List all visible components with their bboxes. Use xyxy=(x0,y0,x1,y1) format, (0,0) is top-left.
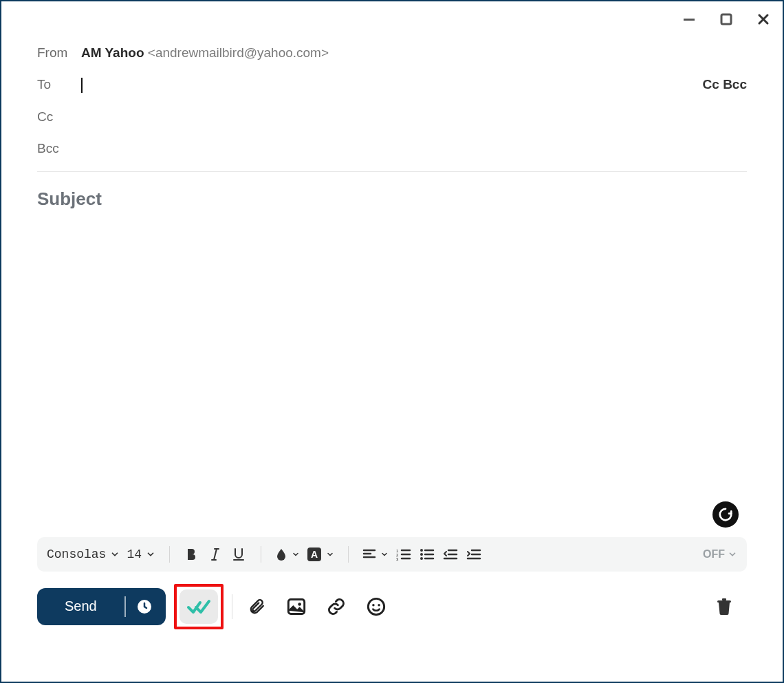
highlight-color-button[interactable]: A xyxy=(307,547,334,562)
svg-text:A: A xyxy=(311,549,318,560)
insert-link-button[interactable] xyxy=(320,591,352,622)
outdent-icon xyxy=(443,548,458,561)
svg-rect-1 xyxy=(721,14,731,24)
highlight-icon: A xyxy=(307,547,322,562)
subject-field[interactable]: Subject xyxy=(37,184,747,215)
to-label: To xyxy=(37,77,81,92)
formatting-off-toggle[interactable]: OFF xyxy=(703,548,737,561)
chevron-down-icon xyxy=(292,550,300,559)
svg-rect-0 xyxy=(684,19,695,21)
discard-button[interactable] xyxy=(708,591,740,622)
chevron-down-icon xyxy=(728,550,737,559)
action-toolbar: Send xyxy=(37,584,747,629)
bcc-label: Bcc xyxy=(37,141,81,156)
chevron-down-icon xyxy=(110,550,120,559)
outdent-button[interactable] xyxy=(442,548,459,561)
from-email: <andrewmailbird@yahoo.com> xyxy=(148,45,329,60)
drop-icon xyxy=(275,548,287,561)
format-toolbar: Consolas 14 A xyxy=(37,537,747,572)
send-label: Send xyxy=(37,596,126,617)
read-receipt-highlight xyxy=(174,584,224,629)
font-size-label: 14 xyxy=(127,548,142,561)
to-input[interactable] xyxy=(81,77,83,93)
svg-rect-17 xyxy=(722,598,726,600)
align-left-icon xyxy=(362,548,376,561)
svg-point-8 xyxy=(420,553,423,556)
svg-text:3: 3 xyxy=(396,557,399,561)
unordered-list-icon xyxy=(420,548,435,561)
indent-button[interactable] xyxy=(466,548,482,561)
chevron-down-icon xyxy=(326,550,334,559)
close-button[interactable] xyxy=(751,7,776,32)
ordered-list-button[interactable]: 123 xyxy=(395,548,412,561)
ordered-list-icon: 123 xyxy=(396,548,411,561)
from-label: From xyxy=(37,45,81,61)
separator xyxy=(232,594,232,619)
from-account[interactable]: AM Yahoo <andrewmailbird@yahoo.com> xyxy=(81,45,329,61)
grammarly-icon[interactable] xyxy=(712,501,739,528)
font-size-select[interactable]: 14 xyxy=(127,548,155,561)
insert-image-button[interactable] xyxy=(281,591,312,622)
minimize-button[interactable] xyxy=(677,7,701,32)
smile-icon xyxy=(367,597,386,616)
paperclip-icon xyxy=(248,597,265,616)
align-button[interactable] xyxy=(362,548,389,561)
font-family-label: Consolas xyxy=(47,548,106,561)
font-family-select[interactable]: Consolas xyxy=(47,548,120,561)
svg-point-15 xyxy=(378,604,380,607)
separator xyxy=(261,546,261,563)
window-controls xyxy=(677,7,776,32)
svg-point-12 xyxy=(298,603,301,606)
svg-point-9 xyxy=(420,557,423,560)
clock-icon xyxy=(136,598,153,615)
italic-button[interactable] xyxy=(207,548,224,561)
attach-button[interactable] xyxy=(241,591,272,622)
text-cursor xyxy=(81,78,83,93)
read-receipt-button[interactable] xyxy=(179,589,218,624)
unordered-list-button[interactable] xyxy=(419,548,435,561)
bold-button[interactable] xyxy=(184,548,200,561)
message-body[interactable] xyxy=(37,215,747,532)
bcc-row: Bcc xyxy=(37,133,747,164)
separator xyxy=(348,546,349,563)
schedule-send-button[interactable] xyxy=(126,588,163,625)
text-color-button[interactable] xyxy=(275,548,300,561)
off-label: OFF xyxy=(703,548,725,561)
link-icon xyxy=(327,597,346,616)
cc-row: Cc xyxy=(37,101,747,133)
svg-rect-16 xyxy=(717,600,731,603)
header-divider xyxy=(37,171,747,172)
chevron-down-icon xyxy=(146,550,155,559)
cc-label: Cc xyxy=(37,109,81,124)
from-row: From AM Yahoo <andrewmailbird@yahoo.com> xyxy=(37,37,747,69)
compose-window: From AM Yahoo <andrewmailbird@yahoo.com>… xyxy=(0,0,784,683)
svg-point-14 xyxy=(372,604,375,607)
svg-point-7 xyxy=(420,549,423,552)
image-icon xyxy=(287,598,306,616)
cc-bcc-toggle[interactable]: Cc Bcc xyxy=(703,77,747,92)
emoji-button[interactable] xyxy=(360,591,392,622)
chevron-down-icon xyxy=(380,550,389,559)
maximize-button[interactable] xyxy=(714,7,739,32)
to-row: To Cc Bcc xyxy=(37,69,747,101)
underline-button[interactable] xyxy=(230,548,247,561)
separator xyxy=(169,546,170,563)
trash-icon xyxy=(716,597,732,616)
double-check-icon xyxy=(186,598,211,615)
indent-icon xyxy=(466,548,481,561)
send-button[interactable]: Send xyxy=(37,588,166,625)
svg-point-13 xyxy=(368,598,384,614)
from-name: AM Yahoo xyxy=(81,45,144,60)
compose-content: From AM Yahoo <andrewmailbird@yahoo.com>… xyxy=(1,1,783,629)
